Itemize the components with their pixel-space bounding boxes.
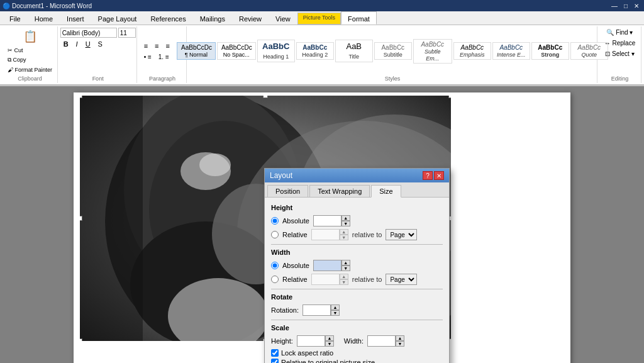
- width-relative-to-select[interactable]: Page: [386, 274, 417, 285]
- handle-mid-left[interactable]: [80, 216, 82, 221]
- bold-button[interactable]: B: [60, 39, 72, 49]
- style-normal[interactable]: AaBbCcDc¶ Normal: [177, 42, 216, 60]
- scale-section-label: Scale: [271, 324, 443, 332]
- scale-height-spin-up[interactable]: ▲: [325, 335, 334, 341]
- style-heading2[interactable]: AaBbCcHeading 2: [296, 42, 334, 60]
- scale-height-spin-down[interactable]: ▼: [325, 341, 334, 347]
- ribbon-content: 📋 ✂ Cut ⧉ Copy 🖌 Format Painter Clipboar…: [0, 25, 644, 86]
- width-spin-arrows: ▲ ▼: [341, 260, 350, 271]
- scale-width-spin-down[interactable]: ▼: [396, 341, 404, 347]
- width-absolute-radio[interactable]: [271, 262, 279, 269]
- height-relative-to-select[interactable]: Page: [386, 229, 417, 240]
- rotate-section-label: Rotate: [271, 293, 443, 301]
- height-relative-input[interactable]: [311, 229, 340, 240]
- find-button[interactable]: 🔍 Find ▾: [603, 28, 636, 37]
- minimize-button[interactable]: —: [609, 0, 620, 11]
- height-absolute-input-group: 1 ▲ ▼: [313, 215, 350, 226]
- rotation-spin-down[interactable]: ▼: [331, 310, 340, 316]
- scale-height-input[interactable]: 3 %: [297, 335, 325, 347]
- handle-top-mid[interactable]: [263, 96, 268, 98]
- layout-dialog[interactable]: Layout ? ✕ Position Text Wrapping Size H…: [264, 168, 450, 363]
- width-spin-down[interactable]: ▼: [341, 265, 350, 271]
- width-relative-to-text: relative to: [352, 276, 382, 283]
- separator-3: [271, 320, 443, 320]
- scale-height-label: Height:: [271, 337, 293, 345]
- lock-aspect-checkbox[interactable]: [271, 349, 279, 357]
- tab-format[interactable]: Format: [341, 11, 377, 25]
- width-relative-radio[interactable]: [271, 276, 279, 283]
- height-absolute-radio[interactable]: [271, 217, 279, 225]
- title-bar: 🔵 Document1 - Microsoft Word — □ ✕: [0, 0, 644, 11]
- width-relative-spin: ▲ ▼: [340, 274, 348, 285]
- ribbon-group-editing: 🔍 Find ▾ ↔ Replace ⊡ Select ▾ Editing: [599, 26, 641, 83]
- tab-position[interactable]: Position: [267, 185, 308, 197]
- rotation-label: Rotation:: [271, 306, 299, 314]
- tab-insert[interactable]: Insert: [60, 13, 91, 25]
- scale-width-input[interactable]: 3 %: [367, 335, 396, 347]
- align-right-button[interactable]: ≡: [163, 41, 173, 51]
- numbering-button[interactable]: 1. ≡: [155, 52, 172, 62]
- height-relative-radio[interactable]: [271, 231, 279, 238]
- tab-references[interactable]: References: [143, 13, 192, 25]
- align-left-button[interactable]: ≡: [141, 41, 151, 51]
- underline-button[interactable]: U: [82, 39, 94, 49]
- style-subtitle[interactable]: AaBbCcSubtitle: [374, 42, 412, 60]
- font-size-input[interactable]: [118, 28, 136, 38]
- font-content: B I U S: [60, 28, 136, 74]
- dialog-close-button[interactable]: ✕: [434, 171, 444, 180]
- relative-original-checkbox[interactable]: [271, 359, 279, 363]
- maximize-button[interactable]: □: [621, 0, 630, 11]
- tab-mailings[interactable]: Mailings: [193, 13, 232, 25]
- style-no-spacing[interactable]: AaBbCcDcNo Spac...: [217, 42, 256, 60]
- style-heading1[interactable]: AaBbCHeading 1: [257, 40, 295, 62]
- width-absolute-input[interactable]: 3: [313, 260, 341, 271]
- relative-original-label: Relative to original picture size: [281, 359, 375, 363]
- tab-page-layout[interactable]: Page Layout: [91, 13, 144, 25]
- font-name-input[interactable]: [60, 28, 117, 38]
- cut-button[interactable]: ✂ Cut: [4, 46, 26, 55]
- tab-picture-tools[interactable]: Picture Tools: [297, 13, 341, 25]
- tab-file[interactable]: File: [3, 13, 28, 25]
- rotation-spin-up[interactable]: ▲: [331, 304, 340, 310]
- replace-button[interactable]: ↔ Replace: [601, 38, 638, 48]
- style-strong[interactable]: AaBbCcStrong: [531, 42, 569, 60]
- width-absolute-input-group: 3 ▲ ▼: [313, 260, 350, 271]
- document-area: Layout ? ✕ Position Text Wrapping Size H…: [0, 86, 644, 363]
- tab-review[interactable]: Review: [232, 13, 269, 25]
- height-relative-to-text: relative to: [352, 231, 382, 238]
- style-subtle-em[interactable]: AaBbCcSubtle Em...: [413, 39, 452, 64]
- scale-row: Height: 3 % ▲ ▼ Width: 3 % ▲ ▼: [271, 335, 443, 347]
- style-title[interactable]: AaBTitle: [335, 40, 373, 62]
- title-bar-controls: — □ ✕: [609, 0, 641, 11]
- tab-size[interactable]: Size: [371, 185, 401, 198]
- style-emphasis[interactable]: AaBbCcEmphasis: [453, 42, 491, 60]
- format-painter-button[interactable]: 🖌 Format Painter: [4, 65, 55, 74]
- close-button[interactable]: ✕: [631, 0, 641, 11]
- height-spin-down[interactable]: ▼: [341, 221, 350, 226]
- strikethrough-button[interactable]: S: [95, 39, 106, 49]
- handle-top-right[interactable]: [448, 96, 451, 98]
- scale-width-spin-up[interactable]: ▲: [396, 335, 404, 341]
- italic-button[interactable]: I: [73, 39, 81, 49]
- height-spin-up[interactable]: ▲: [341, 215, 350, 221]
- copy-button[interactable]: ⧉ Copy: [4, 55, 30, 65]
- width-section-label: Width: [271, 249, 443, 256]
- bullets-button[interactable]: • ≡: [141, 52, 155, 62]
- scale-height-input-group: 3 % ▲ ▼: [297, 335, 334, 347]
- tab-text-wrapping[interactable]: Text Wrapping: [309, 185, 370, 197]
- tab-home[interactable]: Home: [28, 13, 60, 25]
- handle-bottom-left[interactable]: [80, 338, 82, 341]
- dialog-help-button[interactable]: ?: [423, 171, 433, 180]
- dialog-tabs: Position Text Wrapping Size: [265, 182, 449, 198]
- align-center-button[interactable]: ≡: [152, 41, 162, 51]
- tab-view[interactable]: View: [269, 13, 297, 25]
- width-spin-up[interactable]: ▲: [341, 260, 350, 265]
- paste-button[interactable]: 📋: [4, 28, 55, 45]
- height-rel-spin-up: ▲: [340, 229, 348, 235]
- select-button[interactable]: ⊡ Select ▾: [602, 49, 637, 59]
- handle-top-left[interactable]: [80, 96, 82, 98]
- height-absolute-input[interactable]: 1: [313, 215, 341, 226]
- rotation-input[interactable]: 0°: [303, 304, 331, 316]
- width-relative-input[interactable]: [311, 274, 340, 285]
- style-intense-e[interactable]: AaBbCcIntense E...: [492, 42, 530, 60]
